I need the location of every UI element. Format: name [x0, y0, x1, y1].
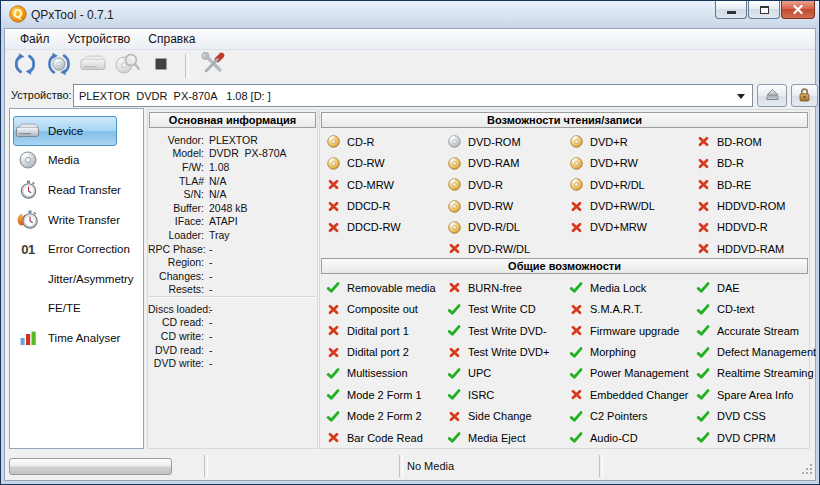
toolbar-device-control-button: [79, 52, 107, 80]
capability-column: Media LockS.M.A.R.T.Firmware upgradeMorp…: [569, 277, 691, 449]
info-row: IFace:ATAPI: [148, 215, 315, 229]
cross-icon: [569, 388, 583, 401]
feature-s-m-a-r-t: S.M.A.R.T.: [569, 298, 691, 319]
capability-label: DVD CPRM: [717, 432, 776, 444]
lock-button[interactable]: [791, 84, 818, 107]
window-title: QPxTool - 0.7.1: [31, 8, 114, 22]
media-status: No Media: [407, 460, 454, 472]
check-icon: [569, 281, 583, 294]
check-icon: [447, 431, 461, 444]
info-value: -: [209, 283, 213, 295]
toolbar-preferences-button[interactable]: [199, 52, 227, 80]
capability-label: DVD-RAM: [468, 157, 519, 169]
cross-icon: [326, 200, 340, 213]
capability-label: Realtime Streaming: [717, 367, 814, 379]
sidebar-item-time-analyser[interactable]: Time Analyser: [13, 323, 140, 353]
resize-grip[interactable]: <: [802, 461, 813, 479]
cross-icon: [696, 157, 710, 170]
sidebar-item-fe-te[interactable]: FE/TE: [13, 294, 140, 324]
info-label: IFace:: [148, 215, 204, 227]
check-icon: [696, 367, 710, 380]
sidebar-item-label: Jitter/Asymmetry: [48, 273, 134, 285]
drive-toolbar-icon: [80, 53, 106, 79]
capability-label: DAE: [717, 282, 740, 294]
error01-icon: 01: [15, 242, 41, 257]
capability-label: DVD-RW/DL: [468, 243, 530, 255]
cross-icon: [696, 135, 710, 148]
check-icon: [326, 367, 340, 380]
capability-label: Side Change: [468, 410, 532, 422]
capability-label: BD-RE: [717, 179, 751, 191]
feature-power-management: Power Management: [569, 363, 691, 384]
feature-multisession: Multisession: [326, 363, 448, 384]
sidebar-item-label: Error Correction: [48, 243, 130, 255]
progress-bar: [9, 458, 172, 475]
toolbar-scan-media-button: [113, 52, 141, 80]
refresh-media-icon: [46, 52, 72, 80]
toolbar-stop-button[interactable]: [147, 52, 175, 80]
info-value: -: [209, 270, 213, 282]
device-combo[interactable]: PLEXTOR DVDR PX-870A 1.08 [D: ]: [73, 84, 753, 107]
capability-label: Embedded Changer: [590, 389, 688, 401]
toolbar-refresh-devices-button[interactable]: [11, 52, 39, 80]
sidebar-item-read-transfer[interactable]: Read Transfer: [13, 175, 140, 205]
check-icon: [326, 410, 340, 423]
disc-icon: [447, 178, 461, 191]
sidebar-item-media[interactable]: Media: [13, 146, 140, 176]
capability-label: UPC: [468, 367, 491, 379]
minimize-icon: [727, 11, 736, 14]
capability-label: Audio-CD: [590, 432, 638, 444]
info-label: S/N:: [148, 188, 204, 200]
maximize-button[interactable]: [748, 1, 780, 19]
capability-label: BD-R: [717, 157, 744, 169]
feature-audio-cd: Audio-CD: [569, 427, 691, 448]
sidebar-item-device[interactable]: Device: [13, 116, 117, 146]
bars-icon: [15, 330, 41, 345]
sidebar-item-error-correction[interactable]: 01Error Correction: [13, 234, 140, 264]
minimize-button[interactable]: [715, 1, 747, 19]
cap-hddvd-ram: HDDVD-RAM: [696, 238, 818, 259]
cap-dvd-rom: DVD-ROM: [447, 131, 569, 152]
check-icon: [696, 324, 710, 337]
menu-item-help[interactable]: Справка: [139, 30, 204, 48]
info-row: Region:-: [148, 255, 315, 269]
close-button[interactable]: [781, 1, 815, 19]
menu-item-file[interactable]: Файл: [11, 30, 59, 48]
check-icon: [569, 346, 583, 359]
check-icon: [326, 281, 340, 294]
eject-button[interactable]: [757, 84, 787, 107]
status-bar: No Media <: [5, 452, 815, 481]
cap-cd-mrw: CD-MRW: [326, 174, 448, 195]
feature-dae: DAE: [696, 277, 818, 298]
info-row: Vendor:PLEXTOR: [148, 133, 315, 147]
device-label: Устройство:: [11, 89, 72, 101]
info-row: Changes:-: [148, 269, 315, 283]
app-icon[interactable]: Q: [9, 5, 27, 23]
sidebar-item-jitter-asymmetry[interactable]: Jitter/Asymmetry: [13, 264, 140, 294]
check-icon: [696, 388, 710, 401]
sidebar-item-label: Time Analyser: [48, 332, 120, 344]
feature-media-eject: Media Eject: [447, 427, 569, 448]
toolbar: [11, 51, 227, 81]
info-label: F/W:: [148, 161, 204, 173]
feature-composite-out: Composite out: [326, 298, 448, 319]
capability-label: Mode 2 Form 2: [347, 410, 422, 422]
disc-icon: [569, 157, 583, 170]
sidebar-item-label: FE/TE: [48, 302, 81, 314]
info-value: ATAPI: [209, 215, 238, 227]
capability-label: C2 Pointers: [590, 410, 647, 422]
cross-icon: [447, 242, 461, 255]
info-row: TLA#N/A: [148, 174, 315, 188]
info-label: Changes:: [148, 270, 204, 282]
info-value: -: [209, 344, 213, 356]
toolbar-refresh-media-button[interactable]: [45, 52, 73, 80]
info-panel: Основная информация Vendor:PLEXTORModel:…: [147, 109, 318, 449]
error01-icon: 01: [21, 242, 34, 257]
capability-label: DVD+RW: [590, 157, 638, 169]
menu-item-device[interactable]: Устройство: [59, 30, 140, 48]
cap-bd-rom: BD-ROM: [696, 131, 818, 152]
info-row: Buffer:2048 kB: [148, 201, 315, 215]
rom-disc-icon: [447, 135, 461, 148]
capability-label: Firmware upgrade: [590, 325, 679, 337]
sidebar-item-write-transfer[interactable]: Write Transfer: [13, 205, 140, 235]
